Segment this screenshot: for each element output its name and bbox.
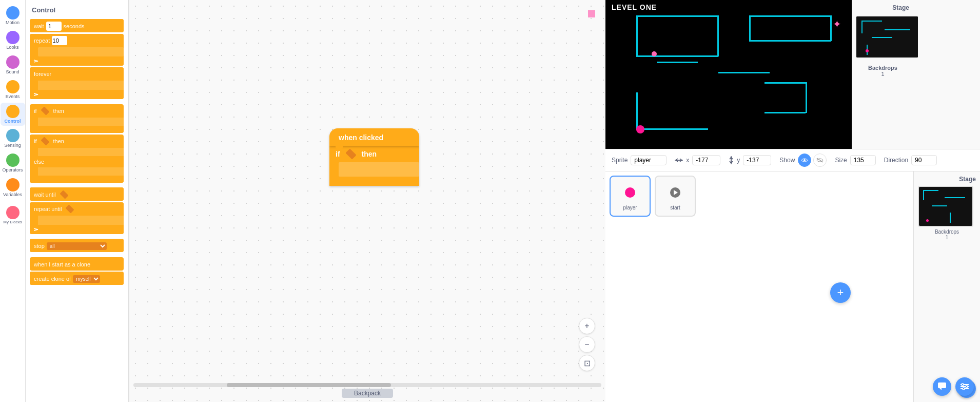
size-field: Size xyxy=(835,155,875,165)
forever-block[interactable]: forever xyxy=(30,67,124,99)
repeat-until-block[interactable]: repeat until xyxy=(30,202,124,234)
sound-label: Sound xyxy=(6,70,19,75)
repeat-inner-slot xyxy=(38,47,124,56)
x-arrows-icon xyxy=(675,158,683,163)
add-sprite-area: + xyxy=(610,221,856,241)
if-condition-diamond xyxy=(345,148,356,159)
sidebar-item-my-blocks[interactable]: My Blocks xyxy=(1,204,25,227)
maze-wall-11 xyxy=(765,82,806,84)
create-clone-label: create clone of xyxy=(34,276,71,282)
y-input[interactable] xyxy=(743,155,771,165)
create-clone-select[interactable]: myself xyxy=(73,275,100,283)
stage-thumbnail[interactable] xyxy=(918,186,973,227)
show-visible-button[interactable] xyxy=(798,154,811,167)
motion-label: Motion xyxy=(6,21,19,26)
sidebar-item-events[interactable]: Events xyxy=(1,78,25,102)
if-label: if xyxy=(34,108,37,114)
zoom-fit-button[interactable]: ⊡ xyxy=(579,355,595,371)
looks-dot xyxy=(6,31,19,44)
when-clone-label: when I start as a clone xyxy=(34,261,90,267)
then-label-canvas: then xyxy=(362,150,377,158)
sprite-item-start[interactable]: start xyxy=(655,176,696,217)
canvas-area[interactable]: when clicked if then xyxy=(129,0,605,402)
repeat-block[interactable]: repeat xyxy=(30,34,124,66)
mini-player xyxy=(866,49,869,52)
wait-block[interactable]: wait seconds xyxy=(30,19,124,32)
x-input[interactable] xyxy=(692,155,720,165)
sprite-label: Sprite xyxy=(612,157,628,164)
backdrops-label: Backdrops xyxy=(856,65,909,71)
spacer-2 xyxy=(26,184,128,186)
zoom-in-button[interactable]: + xyxy=(579,318,595,334)
show-hidden-button[interactable] xyxy=(813,154,827,167)
size-input[interactable] xyxy=(850,155,876,165)
wait-label: wait xyxy=(34,23,44,29)
player-sprite-preview xyxy=(617,182,643,203)
stage-section-label: Stage xyxy=(918,176,976,183)
else-label: else xyxy=(34,159,44,165)
categories-panel: Motion Looks Sound Events Control Sensin… xyxy=(0,0,26,402)
scrollbar-track xyxy=(133,383,601,387)
if-label-canvas: if xyxy=(336,150,340,158)
add-sprite-button[interactable]: + xyxy=(830,282,851,303)
repeat-bottom xyxy=(30,56,124,66)
sidebar-item-looks[interactable]: Looks xyxy=(1,29,25,52)
if-inner-slot-canvas xyxy=(339,162,419,177)
maze-wall-15 xyxy=(636,128,708,130)
if-block[interactable]: if then xyxy=(30,104,124,133)
sidebar-item-control[interactable]: Control xyxy=(1,103,25,126)
when-clone-block[interactable]: when I start as a clone xyxy=(30,257,124,271)
backpack-bar[interactable]: Backpack xyxy=(342,389,393,398)
forever-inner-slot xyxy=(38,81,124,90)
my-blocks-dot xyxy=(6,206,19,219)
stop-block[interactable]: stop all this script other scripts in sp… xyxy=(30,239,124,252)
scrollbar-thumb[interactable] xyxy=(227,383,390,387)
player-sprite-name: player xyxy=(623,205,637,210)
if-then-canvas-block[interactable]: if then xyxy=(329,146,419,186)
wait-input[interactable] xyxy=(46,22,62,31)
settings-button[interactable] xyxy=(955,377,974,396)
sidebar-item-sensing[interactable]: Sensing xyxy=(1,127,25,150)
if-condition-slot xyxy=(41,107,49,116)
thumb-wall-4 xyxy=(932,205,947,206)
when-clicked-block[interactable]: when clicked xyxy=(329,128,419,146)
stage-title: LEVEL ONE xyxy=(612,3,657,11)
control-label: Control xyxy=(5,119,21,124)
blocks-panel: Control wait seconds repeat forever xyxy=(26,0,128,402)
sprite-item-player[interactable]: player xyxy=(610,176,651,217)
direction-field: Direction xyxy=(884,155,937,165)
repeat-until-arrow-icon xyxy=(33,227,39,232)
variables-label: Variables xyxy=(3,193,22,198)
direction-label: Direction xyxy=(884,157,908,164)
create-clone-block[interactable]: create clone of myself xyxy=(30,272,124,285)
sidebar-item-motion[interactable]: Motion xyxy=(1,4,25,28)
start-play-triangle xyxy=(674,190,678,195)
stop-select[interactable]: all this script other scripts in sprite xyxy=(47,242,107,250)
operators-dot xyxy=(6,154,19,167)
direction-input[interactable] xyxy=(911,155,937,165)
sidebar-item-variables[interactable]: Variables xyxy=(1,176,25,200)
canvas-scrollbar[interactable] xyxy=(129,382,605,388)
backpack-label: Backpack xyxy=(354,390,381,397)
sprite-name-input[interactable] xyxy=(631,155,667,165)
spacer-3 xyxy=(26,236,128,238)
zoom-out-button[interactable]: − xyxy=(579,336,595,353)
mini-wall-1 xyxy=(861,21,882,22)
wait-until-block[interactable]: wait until xyxy=(30,187,124,201)
my-blocks-label: My Blocks xyxy=(3,220,22,225)
show-icons-group xyxy=(798,154,827,167)
canvas-dot xyxy=(588,10,595,17)
repeat-arrow-icon xyxy=(33,59,39,63)
variables-dot xyxy=(6,178,19,192)
sensing-dot xyxy=(6,129,19,142)
eye-open-icon xyxy=(801,158,808,163)
repeat-input[interactable] xyxy=(52,36,67,45)
mini-stage-thumb[interactable] xyxy=(856,16,918,58)
if-else-block[interactable]: if then else xyxy=(30,135,124,183)
sidebar-item-operators[interactable]: Operators xyxy=(1,151,25,175)
sidebar-item-sound[interactable]: Sound xyxy=(1,53,25,77)
wait-until-slot xyxy=(60,190,68,199)
chat-button[interactable] xyxy=(933,377,951,396)
maze-wall-5 xyxy=(749,15,831,17)
repeat-until-inner xyxy=(38,216,124,225)
